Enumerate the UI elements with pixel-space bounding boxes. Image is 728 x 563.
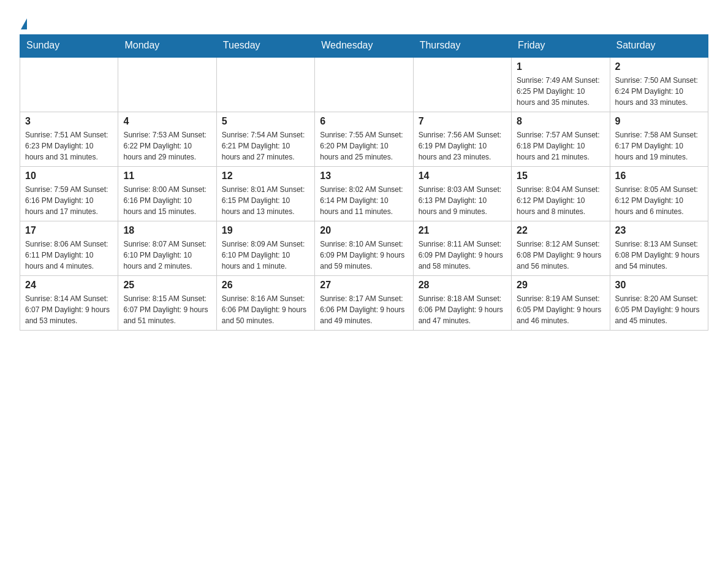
calendar-cell: 16Sunrise: 8:05 AM Sunset: 6:12 PM Dayli… <box>610 167 708 221</box>
day-number: 15 <box>517 170 604 182</box>
day-info: Sunrise: 7:57 AM Sunset: 6:18 PM Dayligh… <box>517 129 604 163</box>
calendar-cell <box>315 57 413 112</box>
day-number: 21 <box>419 225 506 236</box>
day-number: 28 <box>419 280 506 291</box>
day-info: Sunrise: 7:59 AM Sunset: 6:16 PM Dayligh… <box>25 184 113 217</box>
calendar-cell <box>216 57 314 112</box>
day-number: 7 <box>419 116 506 127</box>
calendar-cell: 24Sunrise: 8:14 AM Sunset: 6:07 PM Dayli… <box>20 276 118 331</box>
calendar-header: SundayMondayTuesdayWednesdayThursdayFrid… <box>20 35 708 57</box>
day-info: Sunrise: 8:18 AM Sunset: 6:06 PM Dayligh… <box>419 293 506 326</box>
day-info: Sunrise: 8:20 AM Sunset: 6:05 PM Dayligh… <box>615 293 703 326</box>
calendar-week-row: 3Sunrise: 7:51 AM Sunset: 6:23 PM Daylig… <box>20 112 708 167</box>
calendar-body: 1Sunrise: 7:49 AM Sunset: 6:25 PM Daylig… <box>20 57 708 331</box>
weekday-header-monday: Monday <box>118 35 216 57</box>
day-number: 1 <box>517 61 604 72</box>
day-number: 24 <box>25 280 113 291</box>
calendar-cell: 17Sunrise: 8:06 AM Sunset: 6:11 PM Dayli… <box>20 221 118 276</box>
day-info: Sunrise: 8:10 AM Sunset: 6:09 PM Dayligh… <box>320 239 408 272</box>
calendar-cell: 14Sunrise: 8:03 AM Sunset: 6:13 PM Dayli… <box>413 167 511 221</box>
calendar-cell: 12Sunrise: 8:01 AM Sunset: 6:15 PM Dayli… <box>216 167 314 221</box>
day-info: Sunrise: 8:03 AM Sunset: 6:13 PM Dayligh… <box>419 184 506 217</box>
day-number: 20 <box>320 225 408 236</box>
day-info: Sunrise: 7:53 AM Sunset: 6:22 PM Dayligh… <box>123 129 211 163</box>
day-number: 10 <box>25 170 113 182</box>
weekday-header-saturday: Saturday <box>610 35 708 57</box>
day-number: 25 <box>123 280 211 291</box>
day-number: 29 <box>517 280 604 291</box>
day-info: Sunrise: 8:02 AM Sunset: 6:14 PM Dayligh… <box>320 184 408 217</box>
day-info: Sunrise: 8:07 AM Sunset: 6:10 PM Dayligh… <box>123 239 211 272</box>
calendar-cell <box>20 57 118 112</box>
day-info: Sunrise: 8:11 AM Sunset: 6:09 PM Dayligh… <box>419 239 506 272</box>
day-info: Sunrise: 8:13 AM Sunset: 6:08 PM Dayligh… <box>615 239 703 272</box>
day-info: Sunrise: 7:51 AM Sunset: 6:23 PM Dayligh… <box>25 129 113 163</box>
day-number: 6 <box>320 116 408 127</box>
day-info: Sunrise: 7:49 AM Sunset: 6:25 PM Dayligh… <box>517 75 604 108</box>
day-info: Sunrise: 8:05 AM Sunset: 6:12 PM Dayligh… <box>615 184 703 217</box>
day-number: 13 <box>320 170 408 182</box>
weekday-header-tuesday: Tuesday <box>216 35 314 57</box>
calendar-cell: 21Sunrise: 8:11 AM Sunset: 6:09 PM Dayli… <box>413 221 511 276</box>
calendar-cell: 25Sunrise: 8:15 AM Sunset: 6:07 PM Dayli… <box>118 276 216 331</box>
calendar-cell: 29Sunrise: 8:19 AM Sunset: 6:05 PM Dayli… <box>512 276 610 331</box>
day-number: 5 <box>222 116 309 127</box>
weekday-header-friday: Friday <box>512 35 610 57</box>
day-number: 22 <box>517 225 604 236</box>
calendar-cell: 9Sunrise: 7:58 AM Sunset: 6:17 PM Daylig… <box>610 112 708 167</box>
calendar-cell: 30Sunrise: 8:20 AM Sunset: 6:05 PM Dayli… <box>610 276 708 331</box>
day-info: Sunrise: 8:06 AM Sunset: 6:11 PM Dayligh… <box>25 239 113 272</box>
logo <box>20 17 27 27</box>
calendar-cell: 26Sunrise: 8:16 AM Sunset: 6:06 PM Dayli… <box>216 276 314 331</box>
day-number: 17 <box>25 225 113 236</box>
day-info: Sunrise: 8:17 AM Sunset: 6:06 PM Dayligh… <box>320 293 408 326</box>
day-number: 2 <box>615 61 703 72</box>
day-info: Sunrise: 7:58 AM Sunset: 6:17 PM Dayligh… <box>615 129 703 163</box>
day-info: Sunrise: 7:56 AM Sunset: 6:19 PM Dayligh… <box>419 129 506 163</box>
calendar-week-row: 24Sunrise: 8:14 AM Sunset: 6:07 PM Dayli… <box>20 276 708 331</box>
calendar-week-row: 17Sunrise: 8:06 AM Sunset: 6:11 PM Dayli… <box>20 221 708 276</box>
day-info: Sunrise: 8:01 AM Sunset: 6:15 PM Dayligh… <box>222 184 309 217</box>
weekday-header-thursday: Thursday <box>413 35 511 57</box>
calendar-cell: 18Sunrise: 8:07 AM Sunset: 6:10 PM Dayli… <box>118 221 216 276</box>
calendar-cell <box>118 57 216 112</box>
calendar-cell <box>413 57 511 112</box>
day-info: Sunrise: 8:15 AM Sunset: 6:07 PM Dayligh… <box>123 293 211 326</box>
calendar-cell: 3Sunrise: 7:51 AM Sunset: 6:23 PM Daylig… <box>20 112 118 167</box>
calendar-cell: 4Sunrise: 7:53 AM Sunset: 6:22 PM Daylig… <box>118 112 216 167</box>
weekday-header-row: SundayMondayTuesdayWednesdayThursdayFrid… <box>20 35 708 57</box>
calendar-cell: 8Sunrise: 7:57 AM Sunset: 6:18 PM Daylig… <box>512 112 610 167</box>
day-number: 3 <box>25 116 113 127</box>
day-number: 23 <box>615 225 703 236</box>
calendar-cell: 23Sunrise: 8:13 AM Sunset: 6:08 PM Dayli… <box>610 221 708 276</box>
calendar-cell: 15Sunrise: 8:04 AM Sunset: 6:12 PM Dayli… <box>512 167 610 221</box>
day-info: Sunrise: 7:54 AM Sunset: 6:21 PM Dayligh… <box>222 129 309 163</box>
page-header <box>20 15 708 27</box>
day-info: Sunrise: 8:14 AM Sunset: 6:07 PM Dayligh… <box>25 293 113 326</box>
calendar-week-row: 10Sunrise: 7:59 AM Sunset: 6:16 PM Dayli… <box>20 167 708 221</box>
calendar-cell: 22Sunrise: 8:12 AM Sunset: 6:08 PM Dayli… <box>512 221 610 276</box>
calendar-cell: 1Sunrise: 7:49 AM Sunset: 6:25 PM Daylig… <box>512 57 610 112</box>
day-info: Sunrise: 8:00 AM Sunset: 6:16 PM Dayligh… <box>123 184 211 217</box>
calendar-cell: 6Sunrise: 7:55 AM Sunset: 6:20 PM Daylig… <box>315 112 413 167</box>
day-info: Sunrise: 8:09 AM Sunset: 6:10 PM Dayligh… <box>222 239 309 272</box>
day-number: 18 <box>123 225 211 236</box>
weekday-header-sunday: Sunday <box>20 35 118 57</box>
calendar-cell: 2Sunrise: 7:50 AM Sunset: 6:24 PM Daylig… <box>610 57 708 112</box>
calendar-cell: 19Sunrise: 8:09 AM Sunset: 6:10 PM Dayli… <box>216 221 314 276</box>
day-number: 16 <box>615 170 703 182</box>
day-info: Sunrise: 8:04 AM Sunset: 6:12 PM Dayligh… <box>517 184 604 217</box>
calendar-cell: 27Sunrise: 8:17 AM Sunset: 6:06 PM Dayli… <box>315 276 413 331</box>
day-number: 11 <box>123 170 211 182</box>
day-info: Sunrise: 7:50 AM Sunset: 6:24 PM Dayligh… <box>615 75 703 108</box>
calendar-cell: 20Sunrise: 8:10 AM Sunset: 6:09 PM Dayli… <box>315 221 413 276</box>
weekday-header-wednesday: Wednesday <box>315 35 413 57</box>
day-number: 9 <box>615 116 703 127</box>
calendar-cell: 7Sunrise: 7:56 AM Sunset: 6:19 PM Daylig… <box>413 112 511 167</box>
day-info: Sunrise: 8:16 AM Sunset: 6:06 PM Dayligh… <box>222 293 309 326</box>
day-number: 26 <box>222 280 309 291</box>
calendar-cell: 5Sunrise: 7:54 AM Sunset: 6:21 PM Daylig… <box>216 112 314 167</box>
day-info: Sunrise: 7:55 AM Sunset: 6:20 PM Dayligh… <box>320 129 408 163</box>
calendar-cell: 11Sunrise: 8:00 AM Sunset: 6:16 PM Dayli… <box>118 167 216 221</box>
logo-triangle-icon <box>21 18 27 29</box>
